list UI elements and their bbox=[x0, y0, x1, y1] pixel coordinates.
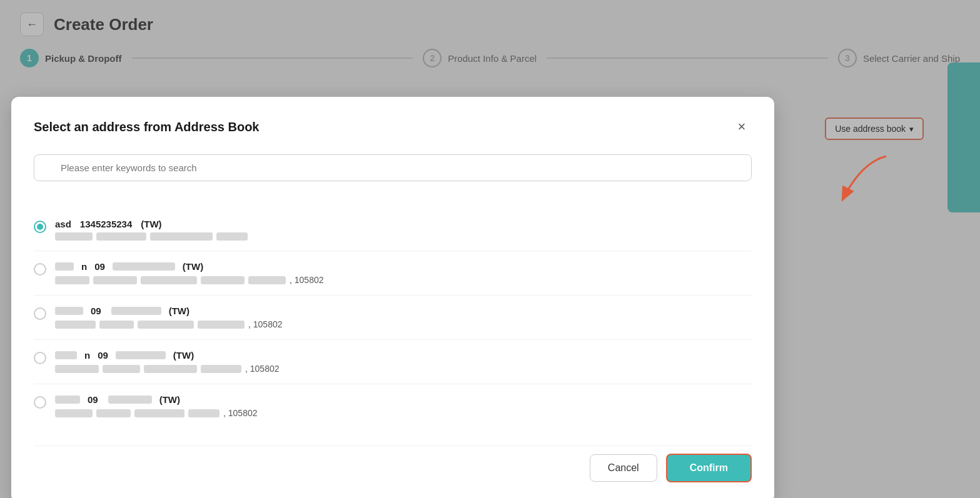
address-info-5: 09 (TW) , 105802 bbox=[55, 394, 752, 418]
close-icon: × bbox=[738, 119, 746, 135]
address-item-4[interactable]: n 09 (TW) , 105802 bbox=[34, 340, 752, 384]
modal-close-button[interactable]: × bbox=[732, 117, 752, 137]
address-item-5[interactable]: 09 (TW) , 105802 bbox=[34, 384, 752, 428]
address-info-3: 09 (TW) , 105802 bbox=[55, 306, 752, 329]
address-detail-2: , 105802 bbox=[55, 275, 752, 285]
address-name-3: 09 (TW) bbox=[55, 306, 752, 316]
radio-1[interactable] bbox=[34, 221, 46, 233]
address-detail-1 bbox=[55, 232, 752, 241]
modal-title: Select an address from Address Book bbox=[34, 120, 260, 134]
radio-5[interactable] bbox=[34, 396, 46, 409]
address-item-1[interactable]: asd 1345235234 (TW) bbox=[34, 209, 752, 251]
address-info-4: n 09 (TW) , 105802 bbox=[55, 350, 752, 374]
address-info-1: asd 1345235234 (TW) bbox=[55, 219, 752, 241]
address-name-5: 09 (TW) bbox=[55, 394, 752, 405]
address-search-input[interactable] bbox=[34, 154, 752, 181]
address-name-1: asd 1345235234 (TW) bbox=[55, 219, 752, 229]
radio-inner-1 bbox=[37, 224, 43, 230]
address-detail-5: , 105802 bbox=[55, 408, 752, 418]
address-info-2: n 09 (TW) , 105802 bbox=[55, 261, 752, 285]
address-name-2: n 09 (TW) bbox=[55, 261, 752, 272]
confirm-button[interactable]: Confirm bbox=[666, 454, 752, 482]
cancel-button[interactable]: Cancel bbox=[590, 454, 657, 482]
modal-footer: Cancel Confirm bbox=[34, 446, 752, 482]
address-item-2[interactable]: n 09 (TW) , 105802 bbox=[34, 251, 752, 296]
address-detail-4: , 105802 bbox=[55, 364, 752, 374]
address-name-4: n 09 (TW) bbox=[55, 350, 752, 361]
modal-overlay: Select an address from Address Book × 🔍 bbox=[0, 0, 980, 498]
radio-2[interactable] bbox=[34, 263, 46, 276]
address-item-3[interactable]: 09 (TW) , 105802 bbox=[34, 296, 752, 340]
address-book-modal: Select an address from Address Book × 🔍 bbox=[11, 97, 774, 498]
address-list: asd 1345235234 (TW) bbox=[34, 209, 752, 428]
radio-3[interactable] bbox=[34, 307, 46, 320]
radio-4[interactable] bbox=[34, 352, 46, 364]
search-wrapper: 🔍 bbox=[34, 154, 752, 195]
modal-header: Select an address from Address Book × bbox=[34, 117, 752, 137]
address-detail-3: , 105802 bbox=[55, 319, 752, 329]
